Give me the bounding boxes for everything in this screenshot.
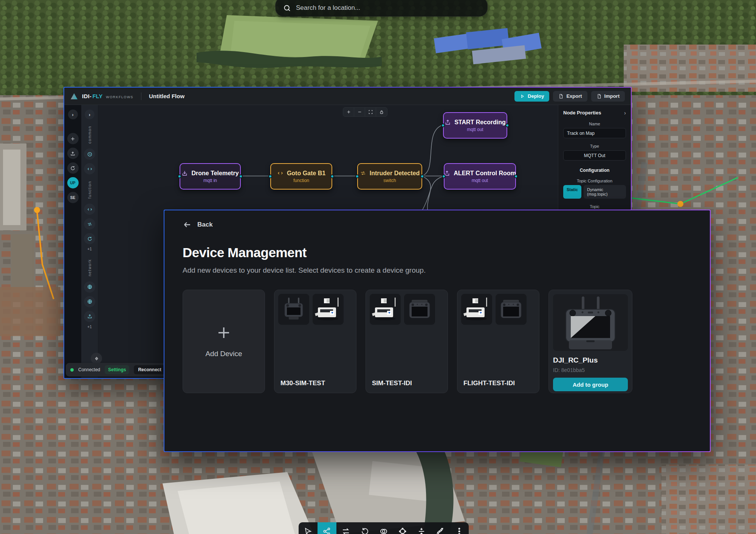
overlap-circles-tool[interactable]	[374, 522, 393, 534]
controller-thumbnail	[496, 294, 527, 325]
add-device-label: Add Device	[205, 350, 242, 358]
lock-button[interactable]	[376, 108, 387, 116]
workflow-header: IDI-FLY WORKFLOWS Untitled Flow Deploy E…	[64, 88, 631, 105]
flow-title: Untitled Flow	[149, 93, 184, 99]
more-dots-icon	[455, 527, 464, 534]
back-label: Back	[197, 221, 213, 228]
swap-lanes-tool[interactable]	[336, 522, 355, 534]
network-select-tool[interactable]	[318, 522, 336, 534]
brand-accent: FLY	[92, 93, 102, 99]
function-icon	[277, 170, 284, 176]
curved-path-tool[interactable]	[431, 522, 450, 534]
dynamic-toggle[interactable]: Dynamic (msg.topic)	[584, 185, 626, 199]
fit-view-button[interactable]	[365, 108, 376, 116]
play-icon	[520, 94, 525, 99]
export-label: Export	[566, 93, 582, 99]
fit-view-icon	[368, 110, 373, 114]
mqtt-out-icon	[445, 119, 451, 125]
output-port[interactable]	[514, 174, 518, 178]
page-title: Device Management	[183, 245, 692, 260]
collapse-vertical-icon	[417, 527, 426, 534]
node-subtitle: mqtt out	[472, 178, 488, 183]
header-divider	[141, 93, 141, 100]
canvas-zoom-controls	[343, 107, 387, 117]
network-icon	[322, 527, 332, 534]
controller-thumbnail	[278, 294, 309, 325]
plus-icon	[346, 110, 351, 114]
deploy-label: Deploy	[528, 93, 544, 99]
search-input[interactable]	[296, 4, 480, 12]
screen: IDI-FLY WORKFLOWS Untitled Flow Deploy E…	[0, 0, 756, 534]
plus-icon	[216, 325, 232, 341]
device-id: ID: 8e01bba5	[553, 367, 628, 373]
node-title: Drone Telemetry	[191, 170, 239, 177]
input-port[interactable]	[355, 174, 359, 178]
waypoint-marker[interactable]	[677, 201, 683, 207]
more-tool[interactable]	[450, 522, 469, 534]
app-logo-icon	[70, 93, 78, 100]
node-subtitle: switch	[383, 178, 396, 183]
export-button[interactable]: Export	[553, 91, 587, 102]
input-port[interactable]	[441, 123, 445, 127]
locate-button[interactable]	[91, 353, 102, 364]
dock-thumbnail	[313, 294, 344, 325]
page-subtitle: Add new devices to your device list. Sel…	[183, 266, 692, 275]
device-group-card[interactable]: M30-SIM-TEST	[274, 290, 356, 393]
static-toggle[interactable]: Static	[563, 185, 581, 199]
properties-title: Node Properties	[563, 110, 601, 116]
back-button[interactable]: Back	[183, 220, 224, 229]
input-port[interactable]	[268, 174, 272, 178]
topic-label: Topic	[563, 204, 626, 209]
input-port[interactable]	[178, 174, 181, 178]
node-intruder-detected[interactable]: Intruder Detected switch	[357, 163, 422, 190]
add-to-group-button[interactable]: Add to group	[553, 378, 628, 391]
node-title: Intruder Detected	[370, 170, 420, 177]
output-port[interactable]	[420, 174, 424, 178]
device-card-dji-rc-plus[interactable]: DJI_RC_Plus ID: 8e01bba5 Add to group	[548, 290, 632, 393]
import-button[interactable]: Import	[591, 91, 625, 102]
node-alert-control-room[interactable]: ALERT Control Room mqtt out	[444, 163, 516, 190]
configuration-heading: Configuration	[563, 168, 626, 173]
node-title: START Recording	[454, 119, 506, 126]
device-cards: Add Device M30-SIM-TEST	[183, 290, 692, 393]
node-goto-gate-b1[interactable]: Goto Gate B1 function	[270, 163, 332, 190]
cursor-icon	[304, 527, 313, 534]
cursor-tool[interactable]	[299, 522, 318, 534]
brand-suffix: WORKFLOWS	[106, 95, 133, 99]
topic-configuration-label: Topic Configuration	[563, 179, 626, 183]
rotate-tool[interactable]	[355, 522, 374, 534]
output-port[interactable]	[505, 123, 509, 127]
waypoint-marker[interactable]	[34, 207, 40, 213]
name-value: Track on Map	[567, 131, 595, 136]
switch-icon	[360, 170, 366, 176]
name-input[interactable]: Track on Map	[563, 128, 626, 138]
collapse-panel-button[interactable]: ›	[624, 110, 626, 116]
file-icon	[558, 94, 564, 99]
arrow-left-icon	[183, 220, 192, 229]
node-subtitle: function	[293, 178, 309, 183]
zoom-out-button[interactable]	[354, 108, 365, 116]
deploy-button[interactable]: Deploy	[514, 91, 549, 102]
name-label: Name	[563, 122, 626, 126]
connection-status-label: Connected	[78, 367, 100, 372]
dock-thumbnail	[370, 294, 401, 325]
settings-button[interactable]: Settings	[105, 365, 129, 374]
device-name: DJI_RC_Plus	[553, 356, 628, 364]
node-drone-telemetry[interactable]: Drone Telemetry mqtt in	[180, 163, 241, 190]
group-name: SIM-TEST-IDI	[372, 380, 412, 387]
node-circle-icon	[398, 527, 407, 534]
group-name: M30-SIM-TEST	[280, 380, 325, 387]
device-group-card[interactable]: SIM-TEST-IDI	[366, 290, 448, 393]
add-device-card[interactable]: Add Device	[183, 290, 265, 393]
input-port[interactable]	[442, 174, 446, 178]
reconnect-button[interactable]: Reconnect	[134, 365, 165, 374]
mqtt-in-icon	[181, 170, 188, 176]
device-group-card[interactable]: FLIGHT-TEST-IDI	[457, 290, 539, 393]
node-circle-tool[interactable]	[393, 522, 412, 534]
node-title: Goto Gate B1	[287, 170, 325, 177]
collapse-vertical-tool[interactable]	[412, 522, 431, 534]
zoom-in-button[interactable]	[343, 108, 354, 116]
output-port[interactable]	[330, 174, 334, 178]
node-start-recording[interactable]: START Recording mqtt out	[443, 112, 507, 139]
output-port[interactable]	[239, 174, 243, 178]
